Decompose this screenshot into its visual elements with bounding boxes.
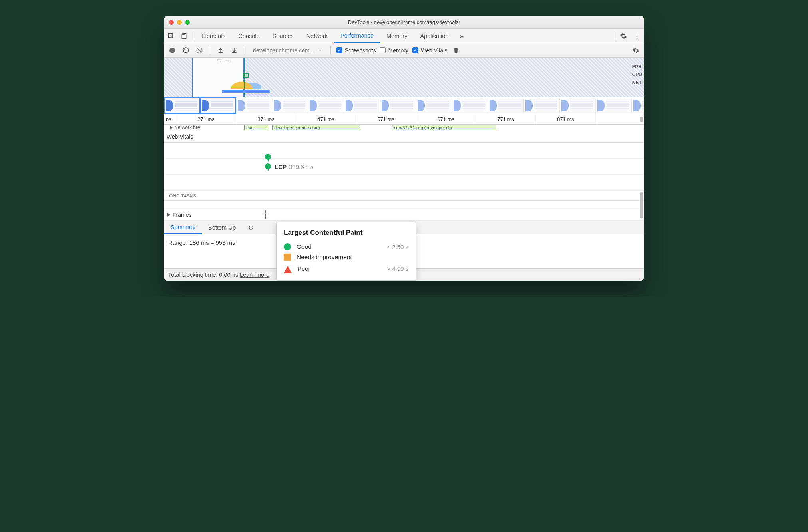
svg-point-3 [637, 33, 638, 34]
lcp-tooltip: Largest Contentful Paint Good ≤ 2.50 s N… [276, 222, 416, 281]
learn-more-link[interactable]: Learn more [240, 272, 269, 278]
titlebar: DevTools - developer.chrome.com/tags/dev… [164, 16, 644, 29]
poor-triangle-icon [284, 264, 292, 273]
checkbox-icon [412, 47, 418, 53]
filmstrip-frame[interactable] [200, 97, 236, 114]
lane-cpu: CPU [632, 72, 642, 77]
device-toggle-icon[interactable] [178, 29, 191, 43]
memory-label: Memory [388, 47, 408, 54]
overview-minimap[interactable]: 471 ms971 ms1471 ms1971 ms2971 ms3471 ms… [164, 58, 644, 97]
tab-performance[interactable]: Performance [334, 29, 380, 43]
tab-memory[interactable]: Memory [380, 29, 414, 43]
performance-panel: 471 ms971 ms1471 ms1971 ms2971 ms3471 ms… [164, 58, 644, 281]
vertical-scroll-thumb[interactable] [640, 192, 643, 218]
webvitals-checkbox[interactable]: Web Vitals [412, 47, 447, 54]
filmstrip-frame[interactable] [416, 97, 452, 114]
window-controls [169, 20, 190, 25]
frames-label: Frames [173, 212, 191, 218]
tab-truncated[interactable]: C [242, 221, 259, 234]
filmstrip-frame[interactable] [596, 97, 632, 114]
filmstrip-frame[interactable] [488, 97, 524, 114]
record-button[interactable] [167, 46, 177, 55]
needs-improvement-square-icon [284, 254, 291, 261]
kebab-menu-icon[interactable] [630, 29, 644, 43]
webvitals-label: Web Vitals [421, 47, 447, 54]
svg-point-5 [637, 37, 638, 38]
inspect-icon[interactable] [164, 29, 178, 43]
filmstrip-frame[interactable] [308, 97, 344, 114]
collect-garbage-icon[interactable] [451, 46, 461, 55]
main-tabs: Elements Console Sources Network Perform… [164, 29, 644, 43]
tab-network[interactable]: Network [300, 29, 334, 43]
svg-point-4 [637, 35, 638, 36]
tooltip-row-poor: Poor > 4.00 s [284, 262, 408, 275]
devtools-window: DevTools - developer.chrome.com/tags/dev… [164, 16, 644, 281]
zoom-window-icon[interactable] [185, 20, 190, 25]
tbt-text: Total blocking time: 0.00ms [168, 272, 238, 278]
tab-console[interactable]: Console [232, 29, 266, 43]
tab-elements[interactable]: Elements [195, 29, 232, 43]
settings-icon[interactable] [617, 29, 630, 43]
svg-rect-2 [182, 34, 185, 39]
filmstrip-frame[interactable] [236, 97, 272, 114]
expand-icon [167, 213, 170, 217]
checkbox-icon [380, 47, 386, 53]
webvitals-header[interactable]: Web Vitals [164, 131, 644, 143]
capture-settings-icon[interactable] [631, 46, 641, 55]
filmstrip-frame[interactable] [272, 97, 308, 114]
recording-select-label: developer.chrome.com… [253, 47, 315, 54]
save-profile-icon[interactable] [229, 46, 239, 55]
network-track[interactable]: Network bre mai… developer.chrome.com) c… [164, 125, 644, 131]
long-tasks-header[interactable]: LONG TASKS [164, 191, 644, 201]
tooltip-row-needs-improvement: Needs improvement [284, 252, 408, 262]
good-circle-icon [284, 243, 291, 250]
filmstrip-frame[interactable] [344, 97, 380, 114]
separator [615, 32, 615, 40]
tab-application[interactable]: Application [414, 29, 455, 43]
performance-toolbar: developer.chrome.com… Screenshots Memory… [164, 43, 644, 58]
tab-sources[interactable]: Sources [266, 29, 300, 43]
memory-checkbox[interactable]: Memory [380, 47, 408, 54]
load-profile-icon[interactable] [216, 46, 225, 55]
horizontal-scroll-thumb[interactable] [640, 117, 643, 122]
checkbox-icon [336, 47, 342, 53]
clear-button[interactable] [195, 46, 204, 55]
filmstrip-frame[interactable] [380, 97, 416, 114]
chevron-down-icon [318, 48, 322, 53]
screenshots-checkbox[interactable]: Screenshots [336, 47, 376, 54]
tab-summary[interactable]: Summary [164, 221, 202, 234]
timeline-ruler[interactable]: ns 271 ms371 ms471 ms571 ms671 ms771 ms8… [164, 114, 644, 125]
recording-select[interactable]: developer.chrome.com… [251, 47, 325, 54]
filmstrip-frame[interactable] [560, 97, 596, 114]
close-window-icon[interactable] [169, 20, 174, 25]
webvitals-lane: LCP319.6 ms [164, 143, 644, 191]
tab-bottom-up[interactable]: Bottom-Up [202, 221, 242, 234]
filmstrip-frame[interactable] [524, 97, 560, 114]
minimize-window-icon[interactable] [177, 20, 182, 25]
screenshots-filmstrip[interactable] [164, 97, 644, 114]
reload-record-button[interactable] [181, 46, 191, 55]
filmstrip-frame[interactable] [452, 97, 488, 114]
tooltip-row-good: Good ≤ 2.50 s [284, 242, 408, 252]
separator [193, 32, 193, 40]
filmstrip-frame[interactable] [632, 97, 644, 114]
screenshots-label: Screenshots [345, 47, 376, 54]
window-title: DevTools - developer.chrome.com/tags/dev… [164, 19, 644, 25]
more-tabs-icon[interactable]: » [455, 29, 468, 43]
lcp-marker[interactable]: LCP319.6 ms [275, 163, 314, 170]
frames-track[interactable]: Frames [164, 209, 644, 221]
filmstrip-frame[interactable] [164, 97, 200, 114]
tooltip-title: Largest Contentful Paint [284, 229, 408, 237]
lane-fps: FPS [632, 64, 642, 69]
lane-net: NET [632, 80, 642, 85]
